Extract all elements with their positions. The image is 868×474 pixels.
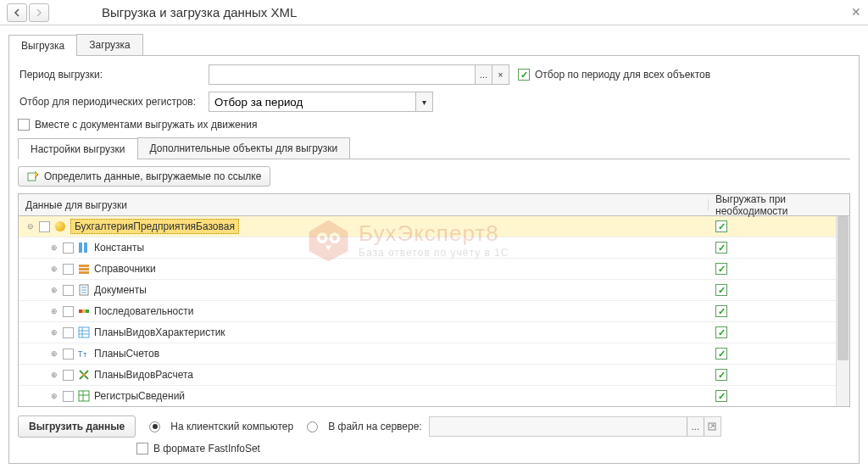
catalogs-icon <box>77 262 91 276</box>
close-icon[interactable]: ✕ <box>851 5 861 19</box>
periodic-registers-label: Отбор для периодических регистров: <box>18 96 209 108</box>
fastinfoset-label: В формате FastInfoSet <box>153 443 260 454</box>
radio-to-client[interactable] <box>149 421 160 432</box>
row-label: ПланыВидовХарактеристик <box>94 326 225 338</box>
row-checkbox[interactable] <box>63 285 74 296</box>
expand-icon[interactable]: ⊕ <box>49 306 59 316</box>
row-checkbox[interactable] <box>63 243 74 254</box>
determine-by-link-button[interactable]: Определить данные, выгружаемые по ссылке <box>18 166 270 187</box>
expand-icon[interactable]: ⊕ <box>49 285 59 295</box>
expand-icon[interactable]: ⊕ <box>49 349 59 359</box>
svg-rect-4 <box>79 268 89 270</box>
period-clear-button[interactable]: × <box>492 65 509 84</box>
chart-acc-icon: Тт <box>77 347 91 360</box>
expand-icon[interactable]: ⊕ <box>49 264 59 274</box>
expand-icon[interactable]: ⊕ <box>49 391 59 401</box>
required-checkbox[interactable] <box>715 220 727 232</box>
svg-rect-13 <box>79 327 89 337</box>
constants-icon <box>77 241 91 254</box>
expand-icon[interactable]: ⊕ <box>49 370 59 380</box>
required-checkbox[interactable] <box>715 369 727 381</box>
server-path-select-button[interactable]: … <box>687 417 704 436</box>
tab-import[interactable]: Загрузка <box>76 34 143 55</box>
period-select-button[interactable]: … <box>475 65 492 84</box>
expand-icon[interactable]: ⊕ <box>49 327 59 337</box>
row-checkbox[interactable] <box>63 327 74 338</box>
row-checkbox[interactable] <box>63 349 74 360</box>
ball-icon <box>53 220 67 233</box>
tab-additional-objects[interactable]: Дополнительные объекты для выгрузки <box>137 137 351 159</box>
period-input[interactable] <box>209 65 475 84</box>
table-row[interactable]: ⊕РегистрыСведений <box>19 386 849 407</box>
table-row[interactable]: ⊕Документы <box>19 280 849 301</box>
table-scrollbar[interactable] <box>836 216 849 406</box>
required-checkbox[interactable] <box>715 348 727 360</box>
window-title: Выгрузка и загрузка данных XML <box>102 5 297 20</box>
to-server-label: В файл на сервере: <box>328 421 422 432</box>
required-checkbox[interactable] <box>715 242 727 254</box>
row-checkbox[interactable] <box>63 264 74 275</box>
export-data-table: Данные для выгрузки Выгружать при необхо… <box>18 193 850 407</box>
table-row[interactable]: ⊕ТтПланыСчетов <box>19 343 849 365</box>
svg-text:Тт: Тт <box>78 350 87 359</box>
svg-rect-1 <box>79 243 82 253</box>
required-checkbox[interactable] <box>715 263 727 275</box>
export-movements-checkbox[interactable] <box>18 119 30 131</box>
svg-rect-11 <box>82 309 86 313</box>
table-row[interactable]: ⊖БухгалтерияПредприятияБазовая <box>19 216 849 237</box>
table-row[interactable]: ⊕ПланыВидовРасчета <box>19 365 849 386</box>
required-checkbox[interactable] <box>715 284 727 296</box>
row-label: Справочники <box>94 263 156 275</box>
table-row[interactable]: ⊕Последовательности <box>19 301 849 322</box>
to-client-label: На клиентский компьютер <box>170 421 293 432</box>
svg-rect-19 <box>79 391 89 401</box>
table-row[interactable]: ⊕ПланыВидовХарактеристик <box>19 322 849 343</box>
radio-to-server[interactable] <box>307 421 318 432</box>
row-label: ПланыСчетов <box>94 348 159 360</box>
nav-forward-button[interactable] <box>29 3 49 22</box>
col-required: Выгружать при необходимости <box>709 193 849 217</box>
server-path-open-button[interactable] <box>704 417 721 436</box>
svg-rect-0 <box>28 173 36 181</box>
periodic-registers-dropdown[interactable]: ▾ <box>415 92 432 111</box>
periodic-registers-select[interactable] <box>209 92 415 111</box>
chart-char-icon <box>77 326 91 339</box>
row-label: ПланыВидовРасчета <box>94 369 193 381</box>
sequences-icon <box>77 304 91 318</box>
scroll-thumb[interactable] <box>837 216 849 360</box>
export-button[interactable]: Выгрузить данные <box>18 415 136 438</box>
svg-rect-3 <box>79 265 89 267</box>
row-checkbox[interactable] <box>63 391 74 402</box>
row-checkbox[interactable] <box>63 370 74 381</box>
documents-icon <box>77 283 91 297</box>
tab-export[interactable]: Выгрузка <box>8 35 77 56</box>
svg-rect-2 <box>84 243 87 253</box>
row-checkbox[interactable] <box>63 306 74 317</box>
nav-back-button[interactable] <box>7 3 27 22</box>
export-movements-label: Вместе с документами выгружать их движен… <box>35 119 258 131</box>
row-label: Документы <box>94 284 147 296</box>
row-label: Константы <box>94 242 144 254</box>
row-label: БухгалтерияПредприятияБазовая <box>70 219 239 234</box>
table-row[interactable]: ⊕Константы <box>19 237 849 259</box>
period-label: Период выгрузки: <box>18 69 209 81</box>
chart-calc-icon <box>77 368 91 382</box>
row-label: Последовательности <box>94 305 193 317</box>
row-label: РегистрыСведений <box>94 390 185 402</box>
required-checkbox[interactable] <box>715 305 727 317</box>
info-reg-icon <box>77 389 91 403</box>
fastinfoset-checkbox[interactable] <box>136 443 148 454</box>
required-checkbox[interactable] <box>715 326 727 338</box>
tab-export-settings[interactable]: Настройки выгрузки <box>18 138 138 159</box>
table-row[interactable]: ⊕Справочники <box>19 259 849 280</box>
server-path-input[interactable] <box>430 417 687 436</box>
row-checkbox[interactable] <box>39 221 50 232</box>
expand-icon[interactable]: ⊕ <box>49 243 59 253</box>
collapse-icon[interactable]: ⊖ <box>25 221 36 231</box>
svg-rect-10 <box>79 309 82 313</box>
period-filter-all-label: Отбор по периоду для всех объектов <box>535 69 710 81</box>
link-data-icon <box>27 170 39 182</box>
required-checkbox[interactable] <box>715 390 727 402</box>
svg-rect-5 <box>79 271 89 274</box>
period-filter-all-checkbox[interactable] <box>518 69 530 81</box>
